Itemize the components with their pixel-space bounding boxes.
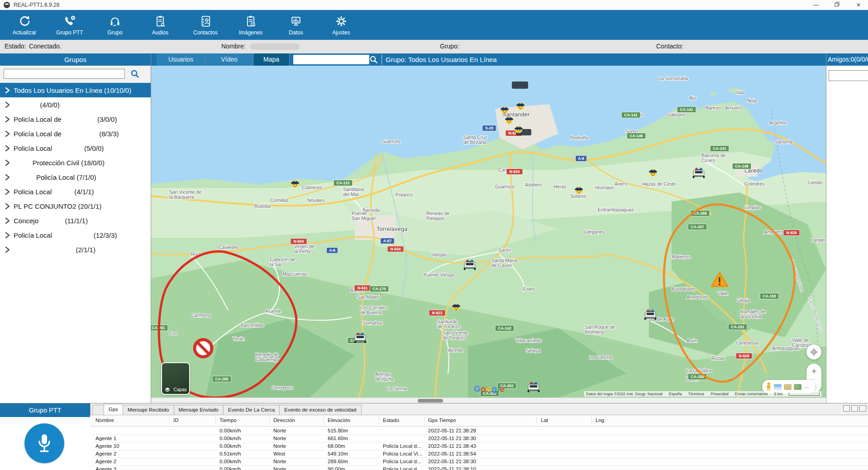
prohibition-marker[interactable] [195,340,212,357]
table-row[interactable]: Agente 100.00km/hNorte68.00mPolicía Loca… [90,442,868,451]
table-cell: 0.00km/h [219,466,241,470]
tab-blank[interactable] [92,405,104,415]
search-icon[interactable] [369,55,378,64]
table-row[interactable]: Agente 10.00km/hNorte661.60m2022-05-11 2… [90,435,868,443]
group-item-3[interactable]: Policía Local de (8/3/3) [0,126,151,141]
group-item-8[interactable]: PL PC CONJUNTO2 (20/1/1) [0,199,151,213]
group-item-2[interactable]: Policía Local de (3/0/0) [0,112,151,126]
group-item-4[interactable]: Policía Local (5/0/0) [0,141,151,155]
map-town-label: Carmona [191,312,210,318]
toolbar-item-contactos[interactable]: Contactos [183,12,228,38]
chevron-right-icon[interactable] [5,232,11,239]
pegman-icon[interactable] [766,382,772,391]
toolbar-item-ajustes[interactable]: Ajustes [319,12,364,38]
group-item-6[interactable]: Policía Local (7/1/0) [0,170,151,184]
grupo-ptt-bar[interactable]: Grupo PTT [0,403,90,417]
column-header-elevación[interactable]: Elevación [328,417,350,423]
column-header-tiempo[interactable]: Tiempo [219,417,237,423]
map-town-label: Argoños [769,120,787,125]
tab-evento-de-exceso-de-velocidad[interactable]: Evento de exceso de velocidad [279,405,361,415]
close-button[interactable]: ✕ [851,0,866,10]
minimize-button[interactable]: — [808,0,824,10]
column-header-estado[interactable]: Estado [383,417,399,423]
chevron-right-icon[interactable] [5,203,11,210]
ptt-microphone-button[interactable] [24,423,64,463]
tab-evento-de-la-cerca[interactable]: Evento De La Cerca [223,405,280,415]
column-header-id[interactable]: ID [173,417,179,423]
chevron-right-icon[interactable] [5,116,11,123]
groups-search-input[interactable] [4,69,125,79]
chevron-right-icon[interactable] [5,159,11,166]
column-header-lat[interactable]: Lat [541,417,548,423]
search-icon[interactable] [130,69,139,78]
dock-button-1[interactable] [843,405,850,412]
main-toolbar: ActualizarNGrupo PTTGrupoAudiosContactos… [0,10,868,40]
chevron-right-icon[interactable] [5,174,11,181]
friends-search-input[interactable] [829,70,868,81]
groups-header: Grupos [0,53,151,66]
toolbar-item-actualizar[interactable]: Actualizar [2,12,47,38]
chevron-right-icon[interactable] [5,130,11,137]
map-canvas[interactable]: La SorrozuelaIslaNojaAjoBareyoArnueroArg… [151,66,826,398]
toolbar-item-audios[interactable]: Audios [138,12,183,38]
toolbar-item-datos[interactable]: Datos [273,12,319,38]
attribution-item[interactable]: Términos [688,392,704,396]
toolbar-item-grupo-ptt[interactable]: NGrupo PTT [47,12,92,38]
map-type-thumb[interactable] [794,384,801,390]
table-row[interactable]: 0.00km/hNorte515.80m2022-05-11 21:38:28 [90,427,868,435]
restore-button[interactable] [829,0,844,10]
group-item-0[interactable]: Todos Los Usuarios En Línea (10/10/0) [0,83,151,97]
satellite-thumb[interactable] [774,384,782,390]
scrollbar-thumb[interactable] [418,399,443,403]
my-location-button[interactable] [806,345,821,360]
dock-button-3[interactable] [859,405,866,412]
column-header-nombre[interactable]: Nombre [95,417,114,423]
map-town-label: Ruiloba [254,203,271,209]
column-header-dirección[interactable]: Dirección [273,417,295,423]
group-item-5[interactable]: Protección Civil (18/0/0) [0,155,151,170]
table-row[interactable]: Agente 30.00km/hNorte90.00mPolicía Local… [90,465,868,470]
group-item-7[interactable]: Policia Local (4/1/1) [0,184,151,199]
attribution-item[interactable]: España [669,392,682,396]
map-road-badge: CA-280 [212,376,231,382]
chevron-right-icon[interactable] [5,101,11,108]
chevron-right-icon[interactable] [5,188,11,195]
group-item-11[interactable]: (2/1/1) [0,242,151,257]
toolbar-item-imágenes[interactable]: Imágenes [228,12,273,38]
tab-mapa[interactable]: Mapa [253,53,290,66]
group-item-9[interactable]: Concejo (11/1/1) [0,213,151,228]
map-town-label: Landeral [811,237,826,243]
map-town-label: La Serna [387,386,407,391]
attribution-item[interactable]: Privacidad [711,392,729,396]
group-item-1[interactable]: (4/0/0) [0,97,151,112]
zoom-in-button[interactable]: ＋ [810,365,818,377]
tab-mensaje-recibido[interactable]: Mensaje Recibido [123,405,174,415]
group-item-label: Todos Los Usuarios En Línea (10/10/0) [14,86,131,94]
table-row[interactable]: Agente 20.00km/hNorte289.60mPolicía Loca… [90,458,868,466]
tab-gps[interactable]: Gps [104,404,123,415]
tab-vídeo[interactable]: Vídeo [205,53,253,66]
table-row[interactable]: Agente 20.51km/hWest549.10mPolicia Local… [90,450,868,458]
tab-mensaje-enviado[interactable]: Mensaje Enviado [174,405,224,415]
map-road-badge: CA-261 [728,324,747,330]
chevron-right-icon[interactable] [5,246,11,253]
group-item-10[interactable]: Policía Local (12/3/3) [0,228,151,242]
dock-button-2[interactable] [851,405,858,412]
collapse-chevron-icon[interactable]: ︿ [805,384,810,390]
tab-usuarios[interactable]: Usuarios [157,53,205,66]
terrain-thumb[interactable] [784,384,792,390]
user-search-input[interactable] [293,55,369,64]
chevron-right-icon[interactable] [5,217,11,224]
map-panel[interactable]: La SorrozuelaIslaNojaAjoBareyoArnueroArg… [151,66,826,398]
chevron-right-icon[interactable] [5,87,11,94]
attribution-item[interactable]: Enviar comentarios [735,392,768,396]
chevron-right-icon[interactable] [5,145,11,152]
map-town-label: Vargas [432,252,447,257]
column-header-lng[interactable]: Lng [596,417,604,423]
map-town-label: Anero [615,181,627,187]
capas-layers-button[interactable]: Capas [161,362,190,395]
table-cell: Norte [273,466,286,470]
app-icon [4,2,10,8]
toolbar-item-grupo[interactable]: Grupo [92,12,138,38]
column-header-gps-tiempo[interactable]: Gps Tiempo [428,417,456,423]
